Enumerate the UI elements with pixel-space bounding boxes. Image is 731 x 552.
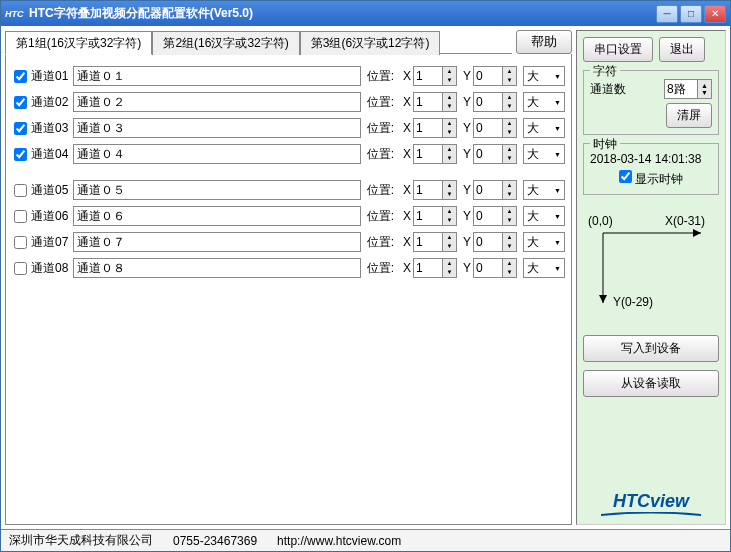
y-input[interactable] [474,67,502,85]
down-arrow-icon[interactable]: ▼ [502,190,516,199]
y-spinner[interactable]: ▲▼ [473,180,517,200]
show-clock-checkbox[interactable] [619,170,632,183]
channel-enable-checkbox[interactable] [14,122,27,135]
up-arrow-icon[interactable]: ▲ [442,207,456,216]
down-arrow-icon[interactable]: ▼ [502,76,516,85]
channel-enable-checkbox[interactable] [14,184,27,197]
x-input[interactable] [414,67,442,85]
y-input[interactable] [474,145,502,163]
size-select[interactable]: 大▼ [523,232,565,252]
read-device-button[interactable]: 从设备读取 [583,370,719,397]
up-arrow-icon[interactable]: ▲ [502,93,516,102]
up-arrow-icon[interactable]: ▲ [502,145,516,154]
down-arrow-icon[interactable]: ▼ [442,242,456,251]
channel-count-dropdown-icon[interactable]: ▲▼ [697,80,711,98]
channel-name-input[interactable] [73,180,361,200]
dropdown-icon[interactable]: ▼ [554,239,561,246]
minimize-button[interactable]: ─ [656,5,678,23]
y-spinner[interactable]: ▲▼ [473,118,517,138]
y-spinner[interactable]: ▲▼ [473,206,517,226]
up-arrow-icon[interactable]: ▲ [442,145,456,154]
x-input[interactable] [414,233,442,251]
down-arrow-icon[interactable]: ▼ [442,268,456,277]
down-arrow-icon[interactable]: ▼ [502,102,516,111]
down-arrow-icon[interactable]: ▼ [502,242,516,251]
up-arrow-icon[interactable]: ▲ [502,67,516,76]
up-arrow-icon[interactable]: ▲ [442,181,456,190]
down-arrow-icon[interactable]: ▼ [502,216,516,225]
help-button[interactable]: 帮助 [516,30,572,54]
y-input[interactable] [474,259,502,277]
up-arrow-icon[interactable]: ▲ [502,207,516,216]
x-spinner[interactable]: ▲▼ [413,232,457,252]
channel-name-input[interactable] [73,92,361,112]
exit-button[interactable]: 退出 [659,37,705,62]
channel-count-input[interactable] [665,80,697,98]
size-select[interactable]: 大▼ [523,144,565,164]
down-arrow-icon[interactable]: ▼ [442,128,456,137]
x-input[interactable] [414,259,442,277]
channel-enable-checkbox[interactable] [14,262,27,275]
dropdown-icon[interactable]: ▼ [554,151,561,158]
channel-enable-checkbox[interactable] [14,70,27,83]
y-input[interactable] [474,207,502,225]
down-arrow-icon[interactable]: ▼ [442,102,456,111]
down-arrow-icon[interactable]: ▼ [502,128,516,137]
x-spinner[interactable]: ▲▼ [413,180,457,200]
dropdown-icon[interactable]: ▼ [554,99,561,106]
channel-name-input[interactable] [73,258,361,278]
y-spinner[interactable]: ▲▼ [473,232,517,252]
x-spinner[interactable]: ▲▼ [413,118,457,138]
down-arrow-icon[interactable]: ▼ [442,76,456,85]
channel-name-input[interactable] [73,232,361,252]
up-arrow-icon[interactable]: ▲ [502,233,516,242]
x-spinner[interactable]: ▲▼ [413,92,457,112]
y-spinner[interactable]: ▲▼ [473,144,517,164]
maximize-button[interactable]: □ [680,5,702,23]
close-button[interactable]: ✕ [704,5,726,23]
clear-screen-button[interactable]: 清屏 [666,103,712,128]
dropdown-icon[interactable]: ▼ [554,73,561,80]
y-spinner[interactable]: ▲▼ [473,258,517,278]
tab-group1[interactable]: 第1组(16汉字或32字符) [5,31,152,55]
up-arrow-icon[interactable]: ▲ [502,259,516,268]
y-input[interactable] [474,119,502,137]
x-spinner[interactable]: ▲▼ [413,144,457,164]
channel-name-input[interactable] [73,118,361,138]
up-arrow-icon[interactable]: ▲ [442,67,456,76]
up-arrow-icon[interactable]: ▲ [442,93,456,102]
size-select[interactable]: 大▼ [523,66,565,86]
down-arrow-icon[interactable]: ▼ [502,154,516,163]
x-spinner[interactable]: ▲▼ [413,66,457,86]
serial-settings-button[interactable]: 串口设置 [583,37,653,62]
y-input[interactable] [474,93,502,111]
up-arrow-icon[interactable]: ▲ [502,181,516,190]
x-input[interactable] [414,207,442,225]
size-select[interactable]: 大▼ [523,180,565,200]
down-arrow-icon[interactable]: ▼ [442,190,456,199]
channel-name-input[interactable] [73,144,361,164]
dropdown-icon[interactable]: ▼ [554,125,561,132]
size-select[interactable]: 大▼ [523,258,565,278]
channel-name-input[interactable] [73,206,361,226]
tab-group3[interactable]: 第3组(6汉字或12字符) [300,31,441,55]
up-arrow-icon[interactable]: ▲ [442,259,456,268]
channel-enable-checkbox[interactable] [14,96,27,109]
tab-group2[interactable]: 第2组(16汉字或32字符) [152,31,299,55]
size-select[interactable]: 大▼ [523,118,565,138]
dropdown-icon[interactable]: ▼ [554,213,561,220]
size-select[interactable]: 大▼ [523,92,565,112]
x-spinner[interactable]: ▲▼ [413,206,457,226]
up-arrow-icon[interactable]: ▲ [442,233,456,242]
up-arrow-icon[interactable]: ▲ [502,119,516,128]
y-spinner[interactable]: ▲▼ [473,92,517,112]
down-arrow-icon[interactable]: ▼ [442,154,456,163]
channel-enable-checkbox[interactable] [14,148,27,161]
x-input[interactable] [414,93,442,111]
channel-enable-checkbox[interactable] [14,236,27,249]
size-select[interactable]: 大▼ [523,206,565,226]
x-input[interactable] [414,145,442,163]
channel-enable-checkbox[interactable] [14,210,27,223]
up-arrow-icon[interactable]: ▲ [442,119,456,128]
x-spinner[interactable]: ▲▼ [413,258,457,278]
